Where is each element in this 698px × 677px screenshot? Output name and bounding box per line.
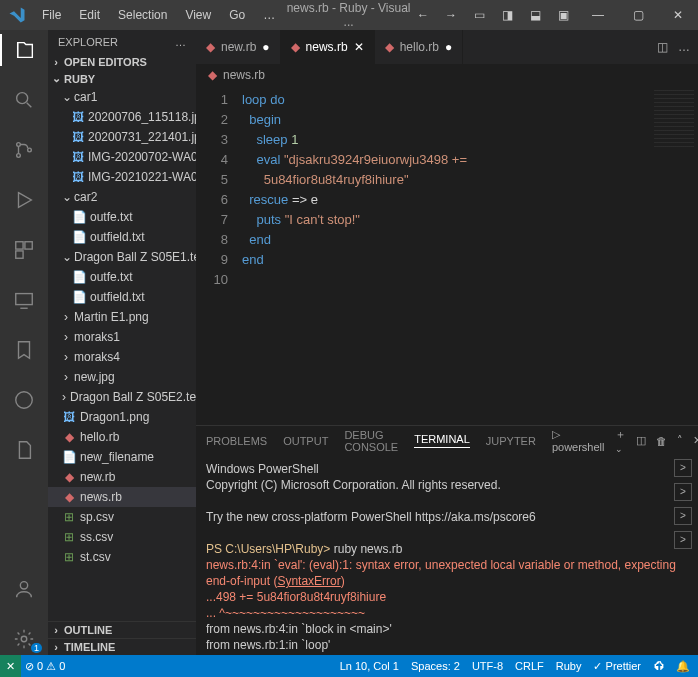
status-line-col[interactable]: Ln 10, Col 1 [340, 660, 399, 672]
file-tree-item[interactable]: 🖼20200706_115118.jpg [48, 107, 196, 127]
file-tree-item[interactable]: ⊞st.csv [48, 547, 196, 567]
status-prettier[interactable]: ✓ Prettier [593, 660, 641, 673]
breadcrumb-file[interactable]: news.rb [223, 68, 265, 82]
tab-new-rb[interactable]: ◆new.rb● [196, 30, 281, 64]
close-window-icon[interactable]: ✕ [658, 0, 698, 30]
file-tree-item[interactable]: ›moraks1 [48, 327, 196, 347]
activity-bookmark-icon[interactable] [0, 334, 48, 366]
minimap[interactable] [654, 90, 694, 150]
file-tree-item[interactable]: 🖼IMG-20200702-WA0... [48, 147, 196, 167]
open-editors-section[interactable]: ›OPEN EDITORS [48, 54, 196, 70]
csv-file-icon: ⊞ [62, 550, 76, 564]
file-tree-item[interactable]: ›new.jpg [48, 367, 196, 387]
panel-split-icon[interactable]: ◫ [636, 434, 646, 447]
menu-go[interactable]: Go [221, 4, 253, 26]
window-title: news.rb - Ruby - Visual ... [283, 1, 414, 29]
status-remote[interactable]: ✕ [0, 655, 21, 677]
file-tree-item[interactable]: 📄outfe.txt [48, 207, 196, 227]
panel-terminal[interactable]: TERMINAL [414, 433, 470, 448]
outline-section[interactable]: ›OUTLINE [48, 621, 196, 638]
file-tree-item[interactable]: ⌄car2 [48, 187, 196, 207]
activity-run-debug-icon[interactable] [0, 184, 48, 216]
activity-explorer-icon[interactable] [0, 34, 48, 66]
chevron-icon: › [62, 350, 70, 364]
file-tree-item[interactable]: 🖼Dragon1.png [48, 407, 196, 427]
activity-source-control-icon[interactable] [0, 134, 48, 166]
activity-account-icon[interactable] [0, 573, 48, 605]
file-tree-item[interactable]: ›Dragon Ball Z S05E2.text [48, 387, 196, 407]
nav-fwd-icon[interactable]: → [442, 8, 460, 22]
terminal-side-icon[interactable]: > [674, 459, 692, 477]
status-errors[interactable]: ⊘ 0 ⚠ 0 [25, 660, 65, 673]
activity-search-icon[interactable] [0, 84, 48, 116]
file-tree-item[interactable]: ⊞ss.csv [48, 527, 196, 547]
panel-debug-console[interactable]: DEBUG CONSOLE [344, 429, 398, 453]
file-tree-item[interactable]: 🖼20200731_221401.jpg [48, 127, 196, 147]
menu-file[interactable]: File [34, 4, 69, 26]
file-tree-item[interactable]: ◆news.rb [48, 487, 196, 507]
terminal-side-icon[interactable]: > [674, 483, 692, 501]
file-tree-item[interactable]: 📄outfield.txt [48, 227, 196, 247]
activity-extensions-icon[interactable] [0, 234, 48, 266]
file-tree-item[interactable]: 🖼IMG-20210221-WA0... [48, 167, 196, 187]
terminal-shell-picker[interactable]: ▷ powershell [552, 428, 605, 453]
chevron-icon: ⌄ [62, 250, 70, 264]
img-file-icon: 🖼 [72, 130, 84, 144]
panel-maximize-icon[interactable]: ˄ [677, 434, 683, 447]
status-eol[interactable]: CRLF [515, 660, 544, 672]
terminal-add-icon[interactable]: ＋⌄ [615, 427, 626, 454]
file-tree-item[interactable]: ›moraks4 [48, 347, 196, 367]
close-tab-icon[interactable]: ✕ [354, 40, 364, 54]
dirty-dot-icon: ● [262, 40, 269, 54]
layout-bottom-icon[interactable]: ⬓ [526, 8, 544, 22]
layout-side-icon[interactable]: ◨ [498, 8, 516, 22]
editor[interactable]: 12345678910 loop do begin sleep 1 eval "… [196, 86, 698, 425]
layout-panel-icon[interactable]: ▭ [470, 8, 488, 22]
terminal-kill-icon[interactable]: 🗑 [656, 435, 667, 447]
min-window-icon[interactable]: ― [578, 0, 618, 30]
file-tree-item[interactable]: ›Martin E1.png [48, 307, 196, 327]
csv-file-icon: ⊞ [62, 530, 76, 544]
sidebar-title: EXPLORER [58, 36, 118, 48]
status-bell-icon[interactable]: 🔔 [676, 660, 690, 673]
activity-file-icon[interactable] [0, 434, 48, 466]
file-tree-item[interactable]: ◆hello.rb [48, 427, 196, 447]
tab-hello-rb[interactable]: ◆hello.rb● [375, 30, 464, 64]
file-tree-item[interactable]: ◆new.rb [48, 467, 196, 487]
panel-close-icon[interactable]: ✕ [693, 434, 699, 447]
menu-view[interactable]: View [177, 4, 219, 26]
terminal[interactable]: > > > > Windows PowerShell Copyright (C)… [196, 455, 698, 655]
editor-more-icon[interactable]: … [678, 40, 690, 54]
nav-back-icon[interactable]: ← [414, 8, 432, 22]
code-area[interactable]: loop do begin sleep 1 eval "djsakru3924r… [242, 86, 698, 425]
terminal-side-icon[interactable]: > [674, 531, 692, 549]
file-tree-item[interactable]: 📄outfield.txt [48, 287, 196, 307]
menu-selection[interactable]: Selection [110, 4, 175, 26]
layout-customize-icon[interactable]: ▣ [554, 8, 572, 22]
status-feedback-icon[interactable]: ⮉ [653, 660, 664, 672]
panel-problems[interactable]: PROBLEMS [206, 435, 267, 447]
folder-root[interactable]: ⌄RUBY [48, 70, 196, 87]
timeline-section[interactable]: ›TIMELINE [48, 638, 196, 655]
max-window-icon[interactable]: ▢ [618, 0, 658, 30]
file-tree-item[interactable]: ⌄car1 [48, 87, 196, 107]
csv-file-icon: ⊞ [62, 510, 76, 524]
file-tree-item[interactable]: 📄new_filename [48, 447, 196, 467]
activity-github-icon[interactable] [0, 384, 48, 416]
panel-jupyter[interactable]: JUPYTER [486, 435, 536, 447]
terminal-side-icon[interactable]: > [674, 507, 692, 525]
status-encoding[interactable]: UTF-8 [472, 660, 503, 672]
activity-settings-icon[interactable]: 1 [0, 623, 48, 655]
editor-split-icon[interactable]: ◫ [657, 40, 668, 54]
panel-output[interactable]: OUTPUT [283, 435, 328, 447]
sidebar-more-icon[interactable]: … [175, 36, 186, 48]
status-language[interactable]: Ruby [556, 660, 582, 672]
file-tree-item[interactable]: 📄outfe.txt [48, 267, 196, 287]
file-tree-item[interactable]: ⌄Dragon Ball Z S05E1.text [48, 247, 196, 267]
activity-remote-icon[interactable] [0, 284, 48, 316]
tab-news-rb[interactable]: ◆news.rb✕ [281, 30, 375, 64]
file-tree-item[interactable]: ⊞sp.csv [48, 507, 196, 527]
status-spaces[interactable]: Spaces: 2 [411, 660, 460, 672]
menu-more[interactable]: … [255, 4, 283, 26]
menu-edit[interactable]: Edit [71, 4, 108, 26]
